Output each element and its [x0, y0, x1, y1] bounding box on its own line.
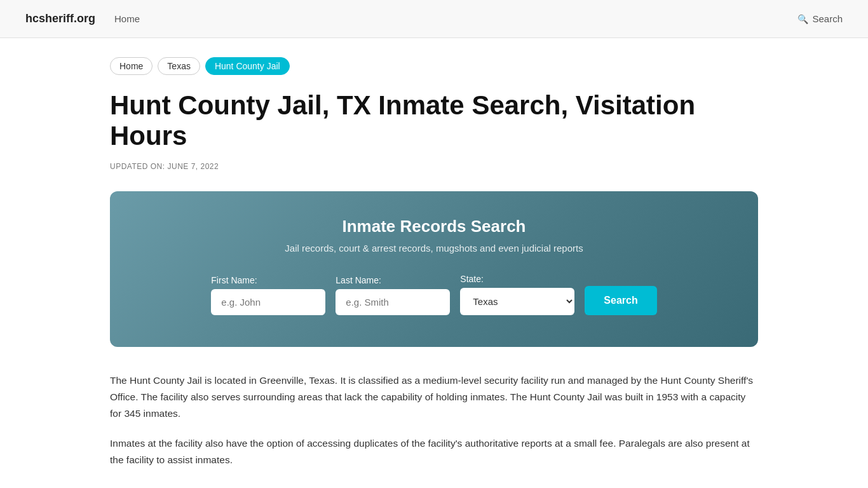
breadcrumb: Home Texas Hunt County Jail	[110, 57, 758, 75]
nav-search-label: Search	[812, 13, 843, 24]
search-card: Inmate Records Search Jail records, cour…	[110, 191, 758, 347]
page-title: Hunt County Jail, TX Inmate Search, Visi…	[110, 90, 758, 152]
last-name-label: Last Name:	[336, 275, 450, 285]
first-name-group: First Name:	[211, 275, 325, 315]
search-card-subtitle: Jail records, court & arrest records, mu…	[148, 243, 720, 254]
body-paragraph-1: The Hunt County Jail is located in Green…	[110, 372, 758, 423]
breadcrumb-hunt-county-jail[interactable]: Hunt County Jail	[205, 57, 290, 75]
search-icon: 🔍	[797, 14, 808, 24]
breadcrumb-home[interactable]: Home	[110, 57, 153, 75]
nav-bar: hcsheriff.org Home 🔍 Search	[0, 0, 868, 38]
search-button[interactable]: Search	[585, 286, 656, 315]
last-name-group: Last Name:	[336, 275, 450, 315]
search-form: First Name: Last Name: State: AlabamaAla…	[148, 274, 720, 315]
breadcrumb-texas[interactable]: Texas	[158, 57, 200, 75]
first-name-label: First Name:	[211, 275, 325, 285]
state-select[interactable]: AlabamaAlaskaArizonaArkansasCaliforniaCo…	[460, 288, 574, 315]
body-paragraph-2: Inmates at the facility also have the op…	[110, 435, 758, 469]
state-label: State:	[460, 274, 574, 284]
last-name-input[interactable]	[336, 289, 450, 315]
nav-home-link[interactable]: Home	[114, 13, 140, 24]
updated-on: UPDATED ON: JUNE 7, 2022	[110, 162, 758, 171]
search-card-title: Inmate Records Search	[148, 217, 720, 236]
nav-search-button[interactable]: 🔍 Search	[797, 13, 843, 24]
first-name-input[interactable]	[211, 289, 325, 315]
nav-left: hcsheriff.org Home	[25, 12, 140, 25]
main-content: Home Texas Hunt County Jail Hunt County …	[85, 38, 783, 488]
state-group: State: AlabamaAlaskaArizonaArkansasCalif…	[460, 274, 574, 315]
site-logo[interactable]: hcsheriff.org	[25, 12, 95, 25]
